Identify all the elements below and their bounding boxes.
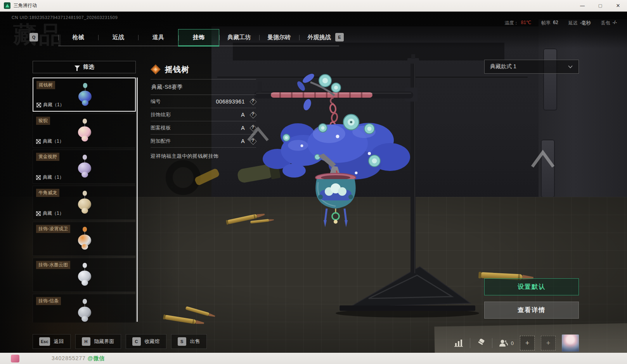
list-scrollbar-thumb[interactable] bbox=[137, 78, 138, 322]
item-card[interactable]: 挂饰-信条 bbox=[33, 294, 136, 323]
item-thumbnail bbox=[74, 83, 96, 107]
auction-icon[interactable] bbox=[476, 339, 486, 347]
performance-stats: 温度： 81℃ 帧率 62 延迟 -毫秒 丢包 -/- bbox=[504, 20, 617, 26]
footer-strip: 3402855277 @微信 bbox=[0, 353, 627, 364]
item-name-badge: 黄金视野 bbox=[36, 153, 59, 161]
collection-icon bbox=[36, 103, 41, 107]
spectator-count: 0 bbox=[511, 340, 514, 346]
item-card[interactable]: 黄金视野 典藏（1） bbox=[33, 150, 136, 184]
app-logo-icon bbox=[4, 2, 10, 9]
collection-count-label: 典藏（1） bbox=[43, 138, 64, 145]
tab-label: 外观挑战 bbox=[307, 34, 331, 41]
key-badge: H bbox=[82, 337, 90, 346]
attribute-value: A bbox=[241, 125, 245, 131]
item-thumbnail bbox=[74, 155, 95, 179]
attribute-label: 挂饰炫彩 bbox=[151, 111, 171, 118]
crate-chevron-mark bbox=[532, 152, 553, 167]
help-icon[interactable]: ? bbox=[249, 98, 256, 105]
prev-tab-key-badge[interactable]: Q bbox=[29, 33, 38, 41]
item-preview bbox=[241, 54, 481, 326]
add-slot-button[interactable]: + bbox=[520, 336, 535, 350]
window-controls: — ▢ ✕ bbox=[573, 0, 627, 12]
shortcut-label: 返回 bbox=[54, 338, 64, 345]
attribute-value: A bbox=[241, 138, 245, 144]
tab-label: 典藏工坊 bbox=[227, 34, 251, 41]
close-button[interactable]: ✕ bbox=[609, 0, 627, 12]
list-scrollbar[interactable] bbox=[137, 78, 138, 322]
footer-watermark: 3402855277 @微信 bbox=[52, 355, 105, 362]
item-card[interactable]: 狻猊 典藏（1） bbox=[33, 114, 136, 148]
view-details-button[interactable]: 查看详情 bbox=[484, 302, 579, 319]
next-tab-key-badge[interactable]: E bbox=[335, 33, 344, 41]
collection-count-label: 典藏（1） bbox=[43, 210, 64, 217]
latency-value: -毫秒 bbox=[580, 20, 591, 26]
category-tab[interactable]: 挂饰 bbox=[178, 29, 219, 46]
tape-roll bbox=[169, 164, 197, 191]
help-icon[interactable]: ? bbox=[249, 124, 256, 131]
category-tab[interactable]: 外观挑战 bbox=[299, 29, 339, 46]
item-thumbnail bbox=[74, 191, 95, 215]
divider bbox=[492, 338, 492, 348]
titlebar-left: 三角洲行动 bbox=[0, 2, 37, 9]
shortcut-button[interactable]: H 隐藏界面 bbox=[75, 334, 121, 349]
minimize-button[interactable]: — bbox=[573, 0, 591, 12]
shortcut-button[interactable]: Esc 返回 bbox=[33, 334, 71, 349]
collection-icon bbox=[36, 139, 41, 144]
style-dropdown[interactable]: 典藏款式 1 bbox=[484, 60, 579, 74]
filter-button[interactable]: 筛选 bbox=[33, 61, 136, 73]
help-icon[interactable]: ? bbox=[249, 138, 256, 144]
style-dropdown-value: 典藏款式 1 bbox=[490, 63, 516, 70]
shortcut-label: 出售 bbox=[190, 338, 200, 345]
category-tab[interactable]: 枪械 bbox=[58, 29, 98, 46]
maximize-button[interactable]: ▢ bbox=[591, 0, 609, 12]
bullet bbox=[163, 314, 204, 326]
item-name-badge: 狻猊 bbox=[36, 117, 50, 125]
item-card[interactable]: 挂饰-凌霄成卫 bbox=[33, 222, 136, 256]
collection-icon bbox=[36, 175, 41, 180]
set-default-button[interactable]: 设置默认 bbox=[484, 278, 579, 295]
stats-icon[interactable] bbox=[454, 339, 464, 347]
category-tab[interactable]: 曼德尔砖 bbox=[259, 29, 299, 46]
footer-watermark-number: 3402855277 bbox=[52, 355, 86, 361]
thumbnail-pendant bbox=[81, 136, 88, 141]
category-tab[interactable]: 典藏工坊 bbox=[219, 29, 259, 46]
shortcut-button[interactable]: C 收藏馆 bbox=[126, 334, 166, 349]
attribute-row: 附加配件 A ? bbox=[151, 135, 256, 148]
category-tab[interactable]: 近战 bbox=[98, 29, 138, 46]
item-thumbnail bbox=[74, 119, 95, 143]
spectators-icon[interactable]: 0 bbox=[499, 339, 514, 347]
collection-count-label: 典藏（1） bbox=[43, 102, 64, 108]
temperature-stat: 温度： 81℃ bbox=[504, 20, 531, 26]
category-tab[interactable]: 道具 bbox=[138, 29, 178, 46]
game-viewport: CN UID:189235327943712481907_20260323150… bbox=[0, 12, 627, 353]
collection-count: 典藏（1） bbox=[36, 174, 64, 181]
tab-label: 道具 bbox=[152, 34, 164, 41]
item-card[interactable]: 挂饰-水墨云图 bbox=[33, 258, 136, 292]
bullet bbox=[185, 306, 216, 318]
triangle-glyph bbox=[5, 4, 9, 7]
tab-label: 枪械 bbox=[73, 34, 84, 41]
latency-stat: 延迟 -毫秒 bbox=[568, 20, 591, 26]
tab-label: 近战 bbox=[113, 34, 124, 41]
attribute-row: 图案模板 A ? bbox=[151, 121, 256, 135]
window-title: 三角洲行动 bbox=[14, 2, 37, 9]
tab-label: 曼德尔砖 bbox=[267, 34, 291, 41]
tab-label: 挂饰 bbox=[193, 34, 204, 41]
add-slot-button[interactable]: + bbox=[541, 336, 556, 350]
shortcut-label: 收藏馆 bbox=[145, 338, 160, 345]
filter-label: 筛选 bbox=[83, 64, 94, 71]
item-name-badge: 挂饰-凌霄成卫 bbox=[36, 225, 70, 233]
item-card[interactable]: 牛角威龙 典藏（1） bbox=[33, 186, 136, 220]
item-thumbnail bbox=[74, 227, 95, 251]
teal-flower bbox=[319, 74, 341, 92]
item-card[interactable]: 摇钱树 典藏（1） bbox=[33, 78, 136, 112]
shortcut-button[interactable]: S 出售 bbox=[171, 334, 207, 349]
attribute-value: A bbox=[241, 112, 245, 118]
thumbnail-pendant bbox=[81, 172, 88, 178]
help-icon[interactable]: ? bbox=[249, 111, 256, 118]
player-avatar[interactable] bbox=[562, 335, 579, 352]
item-title: 摇钱树 bbox=[165, 64, 189, 75]
shortcut-bar: Esc 返回 H 隐藏界面 C 收藏馆 S 出售 bbox=[33, 334, 207, 349]
item-name-badge: 挂饰-信条 bbox=[36, 297, 61, 305]
attribute-row: 挂饰炫彩 A ? bbox=[151, 108, 256, 121]
